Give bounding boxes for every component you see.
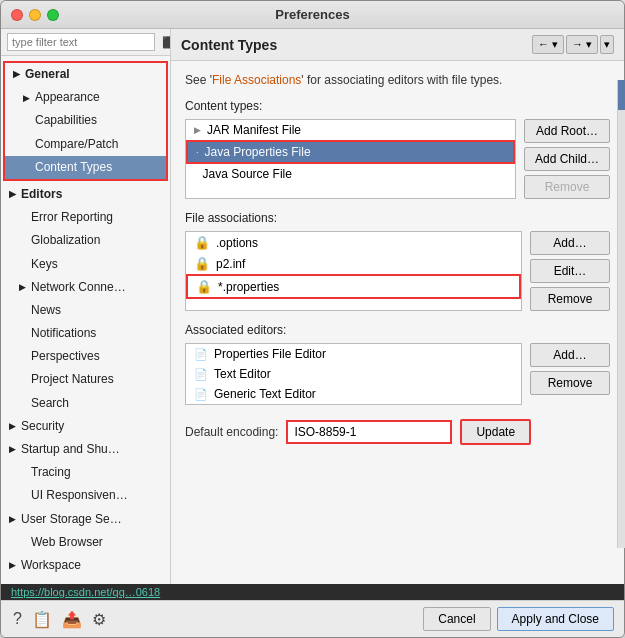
- url-text: https://blog.csdn.net/qq…0618: [11, 586, 160, 598]
- security-arrow: ▶: [9, 419, 19, 433]
- sidebar-item-appearance[interactable]: ▶ Appearance: [5, 86, 166, 109]
- sidebar-item-network-connections[interactable]: ▶ Network Conne…: [1, 276, 170, 299]
- panel-header: Content Types ← ▾ → ▾ ▾: [171, 29, 624, 61]
- back-button[interactable]: ← ▾: [532, 35, 564, 54]
- file-assoc-section: File associations: 🔒 .options 🔒 p2.inf: [185, 211, 610, 311]
- sidebar-item-notifications[interactable]: Notifications: [1, 322, 170, 345]
- panel-body: See 'File Associations' for associating …: [171, 61, 624, 584]
- sidebar-item-security[interactable]: ▶ Security: [1, 415, 170, 438]
- capabilities-arrow: [23, 114, 33, 128]
- main-panel: Content Types ← ▾ → ▾ ▾ See 'File Associ…: [171, 29, 624, 584]
- list-item-props-editor[interactable]: 📄 Properties File Editor: [186, 344, 521, 364]
- globalization-arrow: [19, 234, 29, 248]
- sidebar-item-workspace[interactable]: ▶ Workspace: [1, 554, 170, 577]
- sidebar-item-compare-patch[interactable]: Compare/Patch: [5, 133, 166, 156]
- sidebar-item-web-browser[interactable]: Web Browser: [1, 531, 170, 554]
- error-reporting-arrow: [19, 211, 29, 225]
- options-lock-icon: 🔒: [194, 235, 210, 250]
- sidebar-item-news[interactable]: News: [1, 299, 170, 322]
- titlebar: Preferences: [1, 1, 624, 29]
- file-assoc-label: File associations:: [185, 211, 610, 225]
- generic-text-editor-icon: 📄: [194, 388, 208, 401]
- sidebar-item-capabilities[interactable]: Capabilities: [5, 109, 166, 132]
- props-editor-icon: 📄: [194, 348, 208, 361]
- sidebar-item-keys[interactable]: Keys: [1, 253, 170, 276]
- sidebar-item-globalization[interactable]: Globalization: [1, 229, 170, 252]
- sidebar-item-content-types[interactable]: Content Types: [5, 156, 166, 179]
- project-natures-arrow: [19, 373, 29, 387]
- text-editor-label: Text Editor: [214, 367, 271, 381]
- add-editor-button[interactable]: Add…: [530, 343, 610, 367]
- sidebar-item-search[interactable]: Search: [1, 392, 170, 415]
- java-properties-label: Java Properties File: [205, 145, 311, 159]
- maximize-button[interactable]: [47, 9, 59, 21]
- general-arrow: ▶: [13, 67, 23, 81]
- content-types-label: Content types:: [185, 99, 610, 113]
- assoc-editors-label: Associated editors:: [185, 323, 610, 337]
- notifications-arrow: [19, 326, 29, 340]
- sidebar-item-user-storage[interactable]: ▶ User Storage Se…: [1, 508, 170, 531]
- import-icon[interactable]: 📋: [30, 608, 54, 631]
- filter-clear-icon[interactable]: ⬛: [159, 35, 171, 50]
- scrollbar-thumb[interactable]: [618, 80, 624, 110]
- list-item-java-properties[interactable]: · Java Properties File: [186, 140, 515, 164]
- sidebar-item-project-natures[interactable]: Project Natures: [1, 368, 170, 391]
- panel-title: Content Types: [181, 37, 277, 53]
- filter-input[interactable]: [7, 33, 155, 51]
- list-item-java-source[interactable]: Java Source File: [186, 164, 515, 184]
- forward-button[interactable]: → ▾: [566, 35, 598, 54]
- content-types-list: ▶ JAR Manifest File · Java Properties Fi…: [185, 119, 516, 199]
- footer-left-icons: ? 📋 📤 ⚙: [11, 608, 108, 631]
- settings-icon[interactable]: ⚙: [90, 608, 108, 631]
- content-types-arrow: [23, 160, 33, 174]
- sidebar-item-editors[interactable]: ▶ Editors: [1, 183, 170, 206]
- remove-editor-button[interactable]: Remove: [530, 371, 610, 395]
- apply-close-button[interactable]: Apply and Close: [497, 607, 614, 631]
- scrollbar-track[interactable]: [617, 80, 624, 548]
- list-item-p2inf[interactable]: 🔒 p2.inf: [186, 253, 521, 274]
- remove-content-button[interactable]: Remove: [524, 175, 610, 199]
- sidebar-item-ui-responsiveness[interactable]: UI Responsiven…: [1, 484, 170, 507]
- remove-assoc-button[interactable]: Remove: [530, 287, 610, 311]
- list-item-options[interactable]: 🔒 .options: [186, 232, 521, 253]
- close-button[interactable]: [11, 9, 23, 21]
- encoding-input[interactable]: [286, 420, 452, 444]
- cancel-button[interactable]: Cancel: [423, 607, 490, 631]
- content-type-buttons: Add Root… Add Child… Remove: [524, 119, 610, 199]
- add-assoc-button[interactable]: Add…: [530, 231, 610, 255]
- compare-patch-arrow: [23, 137, 33, 151]
- list-item-text-editor[interactable]: 📄 Text Editor: [186, 364, 521, 384]
- keys-arrow: [19, 257, 29, 271]
- web-browser-arrow: [19, 535, 29, 549]
- minimize-button[interactable]: [29, 9, 41, 21]
- assoc-editors-buttons: Add… Remove: [530, 343, 610, 405]
- workspace-arrow: ▶: [9, 558, 19, 572]
- assoc-editors-section: Associated editors: 📄 Properties File Ed…: [185, 323, 610, 405]
- properties-lock-icon: 🔒: [196, 279, 212, 294]
- export-icon[interactable]: 📤: [60, 608, 84, 631]
- help-icon[interactable]: ?: [11, 608, 24, 631]
- sidebar-item-startup-shutdown[interactable]: ▶ Startup and Shu…: [1, 438, 170, 461]
- sidebar-item-tracing[interactable]: Tracing: [1, 461, 170, 484]
- update-button[interactable]: Update: [460, 419, 531, 445]
- list-item-properties[interactable]: 🔒 *.properties: [186, 274, 521, 299]
- add-root-button[interactable]: Add Root…: [524, 119, 610, 143]
- jar-manifest-label: JAR Manifest File: [207, 123, 301, 137]
- encoding-row: Default encoding: Update: [185, 417, 610, 447]
- sidebar-item-general[interactable]: ▶ General: [5, 63, 166, 86]
- sidebar-item-error-reporting[interactable]: Error Reporting: [1, 206, 170, 229]
- url-bar: https://blog.csdn.net/qq…0618: [1, 584, 624, 600]
- perspectives-arrow: [19, 350, 29, 364]
- sidebar-item-perspectives[interactable]: Perspectives: [1, 345, 170, 368]
- user-storage-arrow: ▶: [9, 512, 19, 526]
- encoding-label: Default encoding:: [185, 425, 278, 439]
- filter-bar: ⬛: [1, 29, 170, 56]
- file-assoc-buttons: Add… Edit… Remove: [530, 231, 610, 311]
- list-item-jar-manifest[interactable]: ▶ JAR Manifest File: [186, 120, 515, 140]
- search-arrow: [19, 396, 29, 410]
- edit-assoc-button[interactable]: Edit…: [530, 259, 610, 283]
- add-child-button[interactable]: Add Child…: [524, 147, 610, 171]
- list-item-generic-text-editor[interactable]: 📄 Generic Text Editor: [186, 384, 521, 404]
- file-associations-link[interactable]: File Associations: [212, 73, 301, 87]
- menu-dropdown-button[interactable]: ▾: [600, 35, 614, 54]
